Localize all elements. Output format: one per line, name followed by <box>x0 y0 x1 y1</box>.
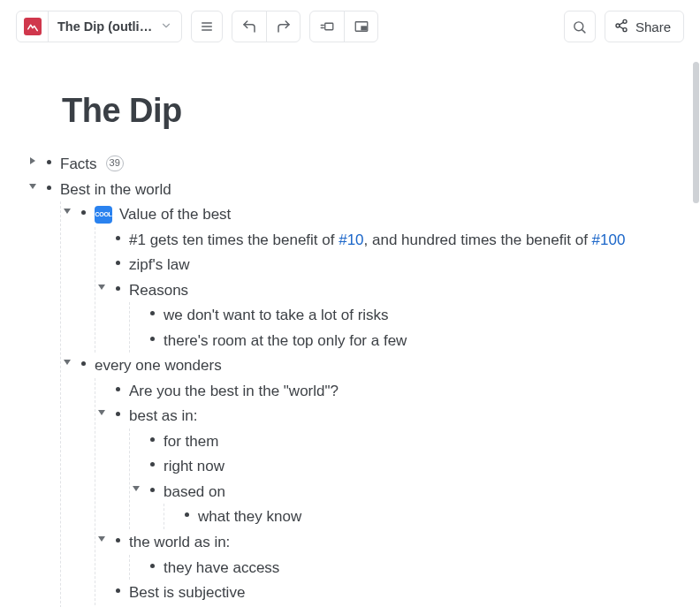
link-ref-10[interactable]: #10 <box>339 231 363 248</box>
svg-marker-16 <box>29 184 36 189</box>
bullet-icon <box>42 186 55 190</box>
outline-node-zipfs[interactable]: zipf's law <box>95 252 699 277</box>
outline-node-benefit-line[interactable]: #1 gets ten times the benefit of #10, an… <box>95 227 699 253</box>
svg-marker-21 <box>133 486 140 491</box>
insert-button[interactable] <box>310 11 344 42</box>
toggle-expanded-icon[interactable] <box>130 484 142 493</box>
outline-node-world-as-in[interactable]: the world as in: <box>95 529 699 555</box>
text-segment: , and hundred times the benefit of <box>364 231 592 248</box>
bullet-icon <box>111 261 124 265</box>
node-label: we don't want to take a lot of risks <box>164 303 389 328</box>
cool-icon: COOL <box>95 206 112 224</box>
link-ref-100[interactable]: #100 <box>592 231 626 248</box>
bullet-icon <box>180 512 193 517</box>
outline-node-what-they-know[interactable]: what they know <box>164 504 699 529</box>
pip-button[interactable] <box>344 11 377 42</box>
text-segment: #1 gets ten times the benefit of <box>129 231 339 248</box>
node-label: zipf's law <box>129 253 189 277</box>
svg-marker-22 <box>98 536 105 542</box>
document-title-dropdown[interactable]: The Dip (outline... <box>49 11 181 42</box>
svg-line-14 <box>620 22 624 25</box>
svg-marker-18 <box>98 285 105 290</box>
page-content: The Dip Facts 39 Best in the world <box>0 53 700 607</box>
node-label: there's room at the top only for a few <box>164 329 407 353</box>
scrollbar-thumb[interactable] <box>693 62 699 203</box>
undo-button[interactable] <box>232 11 266 42</box>
outline-node-best-as-in[interactable]: best as in: <box>95 403 699 429</box>
node-label: what they know <box>198 505 301 529</box>
search-button[interactable] <box>564 11 596 42</box>
toolbar: The Dip (outline... <box>0 0 700 53</box>
bullet-icon <box>111 286 124 291</box>
redo-button[interactable] <box>266 11 300 42</box>
bullet-icon <box>42 160 55 164</box>
bullet-icon <box>146 564 158 568</box>
bullet-icon <box>146 337 158 341</box>
toggle-expanded-icon[interactable] <box>61 207 73 216</box>
outline-node-reason2[interactable]: there's room at the top only for a few <box>130 328 699 353</box>
svg-marker-17 <box>64 209 71 214</box>
node-label: best as in: <box>129 404 198 429</box>
share-icon <box>614 19 628 35</box>
bullet-icon <box>77 210 89 215</box>
menu-button[interactable] <box>191 11 223 42</box>
node-label: they have access <box>164 556 279 580</box>
outline-node-reasons[interactable]: Reasons <box>95 277 699 303</box>
outline-node-for-them[interactable]: for them <box>130 429 699 454</box>
toggle-expanded-icon[interactable] <box>95 283 108 292</box>
count-badge: 39 <box>106 156 124 171</box>
outline-node-best-subjective[interactable]: Best is subjective <box>95 580 699 605</box>
toggle-expanded-icon[interactable] <box>95 535 108 543</box>
node-label: Best is subjective <box>129 580 245 605</box>
bullet-icon <box>111 412 124 416</box>
bullet-icon <box>146 488 158 492</box>
svg-marker-19 <box>64 360 71 365</box>
node-label: Are you the best in the "world"? <box>129 379 339 404</box>
svg-marker-15 <box>30 157 35 164</box>
bullet-icon <box>146 462 158 467</box>
app-logo[interactable] <box>17 11 49 42</box>
toggle-expanded-icon[interactable] <box>27 182 39 191</box>
chevron-down-icon <box>160 19 172 34</box>
share-button[interactable]: Share <box>605 11 684 42</box>
svg-line-13 <box>620 27 624 29</box>
toggle-collapsed-icon[interactable] <box>27 156 39 165</box>
node-label: the world as in: <box>129 530 230 555</box>
outline-node-facts[interactable]: Facts 39 <box>27 151 700 177</box>
app-logo-icon <box>24 18 42 35</box>
svg-rect-7 <box>361 27 366 30</box>
bullet-icon <box>111 387 124 391</box>
title-group: The Dip (outline... <box>16 11 182 42</box>
bullet-icon <box>146 311 158 315</box>
bullet-icon <box>111 588 124 593</box>
bullet-icon <box>111 538 124 543</box>
node-label: Reasons <box>129 278 188 303</box>
document-title: The Dip (outline... <box>57 19 155 34</box>
outline-node-reason1[interactable]: we don't want to take a lot of risks <box>130 302 699 328</box>
outline-node-have-access[interactable]: they have access <box>130 555 699 580</box>
outline-tree: Facts 39 Best in the world COOL <box>0 151 700 607</box>
view-buttons <box>309 11 378 42</box>
node-label: Facts <box>60 152 97 177</box>
node-label: every one wonders <box>95 353 222 378</box>
outline-node-are-you-best[interactable]: Are you the best in the "world"? <box>95 378 699 404</box>
node-label: Best in the world <box>60 178 171 202</box>
share-label: Share <box>635 19 671 34</box>
svg-line-9 <box>582 29 585 32</box>
outline-node-value-best[interactable]: COOL Value of the best <box>61 201 699 227</box>
outline-node-every-wonders[interactable]: every one wonders <box>61 353 699 378</box>
node-label: based on <box>164 480 225 505</box>
history-buttons <box>232 11 301 42</box>
bullet-icon <box>111 236 124 240</box>
node-label: right now <box>164 454 224 479</box>
node-label: Value of the best <box>119 202 231 227</box>
svg-rect-3 <box>325 23 333 30</box>
outline-node-based-on[interactable]: based on <box>130 479 699 505</box>
bullet-icon <box>146 437 158 442</box>
svg-marker-20 <box>98 410 105 415</box>
outline-node-best-world[interactable]: Best in the world <box>27 177 700 202</box>
node-label: for them <box>164 429 218 454</box>
toggle-expanded-icon[interactable] <box>61 358 73 367</box>
outline-node-right-now[interactable]: right now <box>130 453 699 479</box>
toggle-expanded-icon[interactable] <box>95 408 108 417</box>
